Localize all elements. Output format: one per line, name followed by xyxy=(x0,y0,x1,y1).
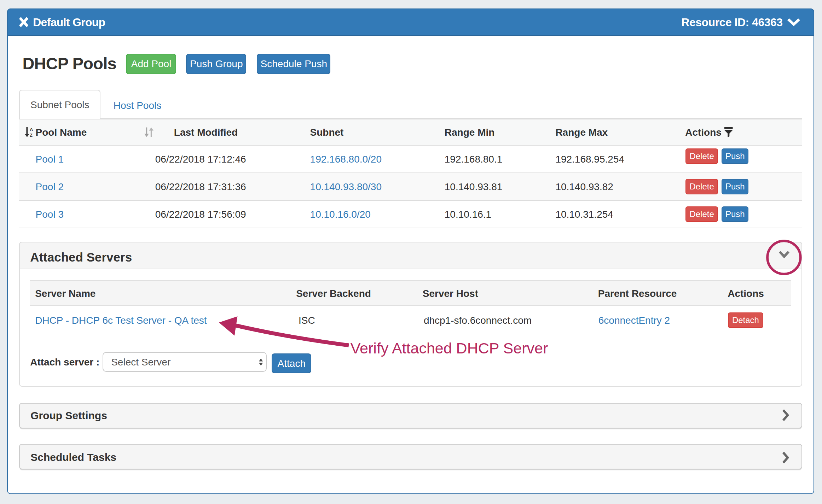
svg-text:Z: Z xyxy=(30,133,33,137)
svg-text:A: A xyxy=(30,128,33,133)
